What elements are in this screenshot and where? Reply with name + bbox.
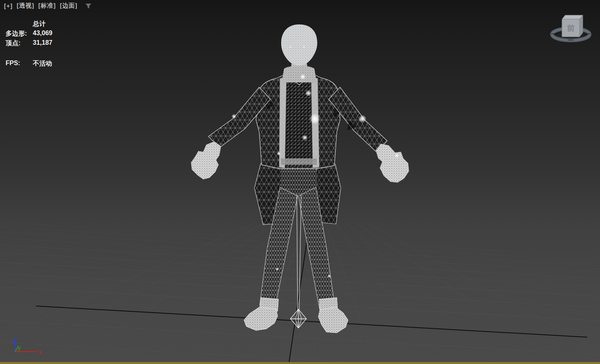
viewport-pov-menu[interactable]: [透视]	[17, 2, 34, 10]
octahedron-helper[interactable]	[290, 309, 306, 328]
stats-verts-value: 31,187	[33, 39, 52, 48]
viewport-general-menu[interactable]: [+]	[4, 2, 13, 9]
stats-verts-label: 顶点:	[6, 39, 33, 48]
viewport-statistics: 总计 多边形: 43,069 顶点: 31,187 FPS: 不活动	[6, 20, 52, 68]
head	[281, 24, 317, 66]
home-grid	[0, 222, 600, 364]
axis-gizmo: z x y	[12, 338, 42, 355]
shirt	[282, 77, 315, 167]
stats-gap	[6, 49, 52, 58]
stats-fps-value: 不活动	[33, 60, 52, 68]
collar	[282, 66, 317, 83]
belt	[281, 158, 317, 165]
viewcube-cube[interactable]: 前	[562, 15, 583, 37]
stats-polys-label: 多边形:	[6, 30, 33, 38]
stats-spacer	[6, 20, 33, 28]
viewcube[interactable]: 前	[551, 15, 590, 41]
stats-total-header: 总计	[33, 20, 52, 28]
viewport-label-menus: [+] [透视] [标准] [边面]	[4, 2, 92, 10]
viewcube-front-label[interactable]: 前	[567, 24, 575, 32]
3d-viewport[interactable]: 前 z x y [+] [透视] [标准] [边面] 总计 多边形: 43,06…	[0, 0, 600, 364]
y-axis-label: y	[18, 345, 21, 351]
stats-polys-value: 43,069	[33, 30, 52, 38]
stats-fps-label: FPS:	[6, 60, 33, 68]
z-axis-label: z	[12, 338, 15, 344]
viewport-shading-menu[interactable]: [边面]	[60, 2, 78, 10]
filter-icon[interactable]	[85, 2, 92, 10]
active-viewport-border	[0, 362, 600, 364]
scene-canvas[interactable]: 前 z x y	[0, 0, 600, 364]
viewport-quality-menu[interactable]: [标准]	[38, 2, 56, 10]
x-axis-label: x	[38, 348, 42, 355]
